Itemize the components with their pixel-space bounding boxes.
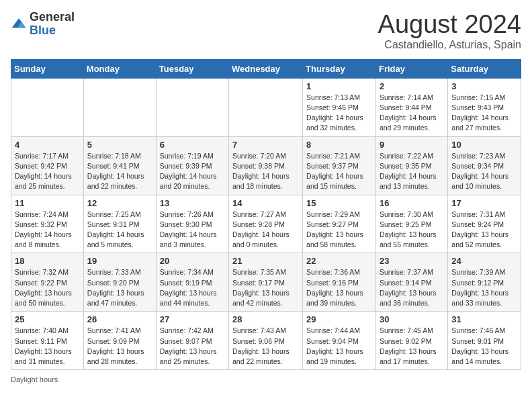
day-cell <box>229 78 303 136</box>
day-number: 23 <box>380 256 444 266</box>
day-info: Sunrise: 7:17 AM Sunset: 9:42 PM Dayligh… <box>15 151 80 192</box>
day-cell: 25Sunrise: 7:40 AM Sunset: 9:11 PM Dayli… <box>11 312 84 370</box>
day-info: Sunrise: 7:19 AM Sunset: 9:39 PM Dayligh… <box>160 151 225 192</box>
header-row: SundayMondayTuesdayWednesdayThursdayFrid… <box>11 59 521 78</box>
day-number: 9 <box>380 140 444 150</box>
logo-icon <box>11 16 27 32</box>
title-area: August 2024 Castandiello, Asturias, Spai… <box>378 11 521 51</box>
day-number: 6 <box>160 140 225 150</box>
logo-text: General Blue <box>30 11 75 38</box>
day-number: 14 <box>232 198 299 208</box>
col-header-wednesday: Wednesday <box>229 59 303 78</box>
day-number: 2 <box>380 81 444 91</box>
col-header-friday: Friday <box>375 59 447 78</box>
day-cell: 1Sunrise: 7:13 AM Sunset: 9:46 PM Daylig… <box>303 78 376 136</box>
day-number: 26 <box>87 314 152 324</box>
day-cell: 26Sunrise: 7:41 AM Sunset: 9:09 PM Dayli… <box>83 312 156 370</box>
day-cell: 8Sunrise: 7:21 AM Sunset: 9:37 PM Daylig… <box>303 136 376 195</box>
logo: General Blue <box>11 11 75 38</box>
day-number: 19 <box>87 256 152 266</box>
day-number: 18 <box>15 256 80 266</box>
day-number: 25 <box>15 314 80 324</box>
col-header-saturday: Saturday <box>448 59 521 78</box>
day-cell: 27Sunrise: 7:42 AM Sunset: 9:07 PM Dayli… <box>156 312 228 370</box>
day-info: Sunrise: 7:41 AM Sunset: 9:09 PM Dayligh… <box>87 326 152 367</box>
day-info: Sunrise: 7:21 AM Sunset: 9:37 PM Dayligh… <box>306 151 372 192</box>
header: General Blue August 2024 Castandiello, A… <box>11 11 521 51</box>
day-info: Sunrise: 7:27 AM Sunset: 9:28 PM Dayligh… <box>232 210 299 250</box>
day-cell: 18Sunrise: 7:32 AM Sunset: 9:22 PM Dayli… <box>11 253 84 312</box>
col-header-sunday: Sunday <box>11 59 84 78</box>
day-info: Sunrise: 7:37 AM Sunset: 9:14 PM Dayligh… <box>380 267 444 308</box>
day-cell: 29Sunrise: 7:44 AM Sunset: 9:04 PM Dayli… <box>303 312 376 370</box>
day-cell: 5Sunrise: 7:18 AM Sunset: 9:41 PM Daylig… <box>83 136 156 195</box>
day-cell: 6Sunrise: 7:19 AM Sunset: 9:39 PM Daylig… <box>156 136 228 195</box>
day-cell: 31Sunrise: 7:46 AM Sunset: 9:01 PM Dayli… <box>448 312 521 370</box>
day-number: 17 <box>451 198 517 208</box>
footer-text: Daylight hours <box>11 375 58 383</box>
day-number: 22 <box>306 256 372 266</box>
day-number: 12 <box>87 198 152 208</box>
day-number: 11 <box>15 198 80 208</box>
day-number: 4 <box>15 140 80 150</box>
week-row-2: 4Sunrise: 7:17 AM Sunset: 9:42 PM Daylig… <box>11 136 521 195</box>
day-info: Sunrise: 7:43 AM Sunset: 9:06 PM Dayligh… <box>232 326 299 367</box>
day-number: 29 <box>306 314 372 324</box>
day-info: Sunrise: 7:34 AM Sunset: 9:19 PM Dayligh… <box>160 267 225 308</box>
logo-blue: Blue <box>30 24 75 38</box>
day-number: 3 <box>451 81 517 91</box>
day-info: Sunrise: 7:22 AM Sunset: 9:35 PM Dayligh… <box>380 151 444 192</box>
day-cell <box>11 78 84 136</box>
day-number: 8 <box>306 140 372 150</box>
day-cell: 14Sunrise: 7:27 AM Sunset: 9:28 PM Dayli… <box>229 195 303 253</box>
day-number: 24 <box>451 256 517 266</box>
day-number: 30 <box>380 314 444 324</box>
day-cell: 21Sunrise: 7:35 AM Sunset: 9:17 PM Dayli… <box>229 253 303 312</box>
day-cell: 11Sunrise: 7:24 AM Sunset: 9:32 PM Dayli… <box>11 195 84 253</box>
day-cell: 9Sunrise: 7:22 AM Sunset: 9:35 PM Daylig… <box>375 136 447 195</box>
day-cell: 16Sunrise: 7:30 AM Sunset: 9:25 PM Dayli… <box>375 195 447 253</box>
calendar-title: August 2024 <box>378 11 521 39</box>
day-info: Sunrise: 7:39 AM Sunset: 9:12 PM Dayligh… <box>451 267 517 308</box>
col-header-thursday: Thursday <box>303 59 376 78</box>
day-info: Sunrise: 7:40 AM Sunset: 9:11 PM Dayligh… <box>15 326 80 367</box>
day-cell: 23Sunrise: 7:37 AM Sunset: 9:14 PM Dayli… <box>375 253 447 312</box>
day-info: Sunrise: 7:36 AM Sunset: 9:16 PM Dayligh… <box>306 267 372 308</box>
day-info: Sunrise: 7:25 AM Sunset: 9:31 PM Dayligh… <box>87 210 152 250</box>
day-number: 16 <box>380 198 444 208</box>
day-info: Sunrise: 7:18 AM Sunset: 9:41 PM Dayligh… <box>87 151 152 192</box>
day-info: Sunrise: 7:45 AM Sunset: 9:02 PM Dayligh… <box>380 326 444 367</box>
day-number: 31 <box>451 314 517 324</box>
col-header-monday: Monday <box>83 59 156 78</box>
col-header-tuesday: Tuesday <box>156 59 228 78</box>
day-cell: 24Sunrise: 7:39 AM Sunset: 9:12 PM Dayli… <box>448 253 521 312</box>
day-info: Sunrise: 7:44 AM Sunset: 9:04 PM Dayligh… <box>306 326 372 367</box>
day-number: 1 <box>306 81 372 91</box>
day-info: Sunrise: 7:42 AM Sunset: 9:07 PM Dayligh… <box>160 326 225 367</box>
day-number: 27 <box>160 314 225 324</box>
day-number: 20 <box>160 256 225 266</box>
day-info: Sunrise: 7:14 AM Sunset: 9:44 PM Dayligh… <box>380 93 444 134</box>
day-info: Sunrise: 7:23 AM Sunset: 9:34 PM Dayligh… <box>451 151 517 192</box>
day-info: Sunrise: 7:26 AM Sunset: 9:30 PM Dayligh… <box>160 210 225 250</box>
day-number: 21 <box>232 256 299 266</box>
day-number: 7 <box>232 140 299 150</box>
day-cell: 13Sunrise: 7:26 AM Sunset: 9:30 PM Dayli… <box>156 195 228 253</box>
day-number: 28 <box>232 314 299 324</box>
week-row-4: 18Sunrise: 7:32 AM Sunset: 9:22 PM Dayli… <box>11 253 521 312</box>
day-info: Sunrise: 7:20 AM Sunset: 9:38 PM Dayligh… <box>232 151 299 192</box>
day-info: Sunrise: 7:15 AM Sunset: 9:43 PM Dayligh… <box>451 93 517 134</box>
day-info: Sunrise: 7:13 AM Sunset: 9:46 PM Dayligh… <box>306 93 372 134</box>
day-cell: 2Sunrise: 7:14 AM Sunset: 9:44 PM Daylig… <box>375 78 447 136</box>
day-info: Sunrise: 7:35 AM Sunset: 9:17 PM Dayligh… <box>232 267 299 308</box>
day-info: Sunrise: 7:30 AM Sunset: 9:25 PM Dayligh… <box>380 210 444 250</box>
logo-general: General <box>30 11 75 24</box>
week-row-3: 11Sunrise: 7:24 AM Sunset: 9:32 PM Dayli… <box>11 195 521 253</box>
calendar-subtitle: Castandiello, Asturias, Spain <box>378 39 521 51</box>
day-info: Sunrise: 7:24 AM Sunset: 9:32 PM Dayligh… <box>15 210 80 250</box>
day-cell: 20Sunrise: 7:34 AM Sunset: 9:19 PM Dayli… <box>156 253 228 312</box>
day-number: 15 <box>306 198 372 208</box>
day-cell <box>156 78 228 136</box>
day-info: Sunrise: 7:33 AM Sunset: 9:20 PM Dayligh… <box>87 267 152 308</box>
day-cell: 22Sunrise: 7:36 AM Sunset: 9:16 PM Dayli… <box>303 253 376 312</box>
